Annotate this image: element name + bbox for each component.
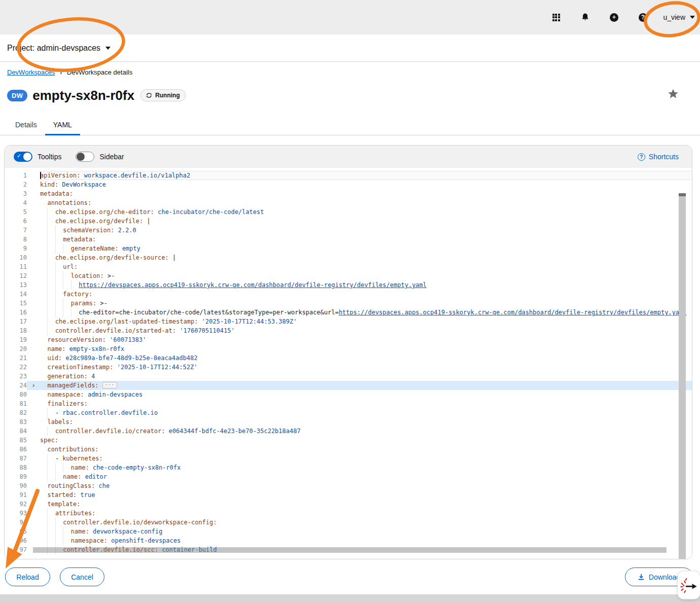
code-line[interactable]: 86contributions: <box>5 445 692 454</box>
code-line[interactable]: 23generation: 4 <box>5 372 692 381</box>
fold-column <box>27 344 40 353</box>
code-text: schemaVersion: 2.2.0 <box>40 226 692 235</box>
code-line[interactable]: 89name: editor <box>5 472 692 481</box>
code-line[interactable]: 1apiVersion: workspace.devfile.io/v1alph… <box>5 171 692 180</box>
code-line[interactable]: 5che.eclipse.org/che-editor: che-incubat… <box>5 207 692 217</box>
code-line[interactable]: 88name: che-code-empty-sx8n-r0fx <box>5 463 692 472</box>
help-icon[interactable]: ? <box>638 12 648 22</box>
code-line[interactable]: 95name: devworkspace-config <box>5 527 692 536</box>
code-link[interactable]: https://devspaces.apps.ocp419-sskoryk.cr… <box>79 281 426 289</box>
tab-yaml[interactable]: YAML <box>45 116 80 135</box>
breadcrumb: DevWorkspaces › DevWorkspace details <box>7 68 132 76</box>
fold-chevron-icon[interactable]: › <box>27 381 40 390</box>
question-glyph: ? <box>639 13 647 22</box>
code-line[interactable]: 94controller.devfile.io/devworkspace-con… <box>5 518 692 527</box>
shortcuts-label: Shortcuts <box>649 153 679 161</box>
code-line[interactable]: 85spec: <box>5 436 692 445</box>
code-line[interactable]: 2kind: DevWorkspace <box>5 180 692 189</box>
vertical-scrollbar[interactable] <box>679 193 686 559</box>
code-line[interactable]: 24›managedFields:··· <box>5 381 692 390</box>
fold-column <box>27 262 40 271</box>
project-selector[interactable]: Project: admin-devspaces <box>0 34 700 62</box>
fold-column <box>27 399 40 408</box>
code-line[interactable]: 11url: <box>5 262 692 271</box>
user-menu[interactable]: u_view <box>663 12 695 22</box>
line-number: 93 <box>5 509 27 518</box>
code-line[interactable]: 20name: empty-sx8n-r0fx <box>5 344 692 353</box>
line-number: 96 <box>5 536 27 545</box>
cancel-button[interactable]: Cancel <box>60 567 104 586</box>
code-text: controller.devfile.io/started-at: '17607… <box>40 326 692 335</box>
fold-column <box>27 180 40 189</box>
fold-column <box>27 290 40 299</box>
favorite-star-icon[interactable] <box>667 88 679 100</box>
code-line[interactable]: 16che-editor=che-incubator/che-code/late… <box>5 308 692 317</box>
code-line[interactable]: 18controller.devfile.io/started-at: '176… <box>5 326 692 335</box>
code-line[interactable]: 4annotations: <box>5 198 692 207</box>
line-number: 80 <box>5 390 27 399</box>
text-cursor <box>40 172 41 179</box>
code-link[interactable]: https://devspaces.apps.ocp419-sskoryk.cr… <box>339 309 686 316</box>
code-line[interactable]: 81finalizers: <box>5 399 692 408</box>
shortcuts-link[interactable]: ? Shortcuts <box>638 153 679 161</box>
fold-column <box>27 536 40 545</box>
code-text: url: <box>40 262 692 271</box>
tab-details[interactable]: Details <box>7 116 45 135</box>
code-line[interactable]: 6che.eclipse.org/devfile: | <box>5 217 692 226</box>
reload-button[interactable]: Reload <box>5 567 50 586</box>
code-line[interactable]: 7schemaVersion: 2.2.0 <box>5 226 692 235</box>
code-line[interactable]: 83labels: <box>5 417 692 427</box>
line-number: 5 <box>5 207 27 217</box>
sync-icon <box>146 92 152 98</box>
app-launcher-icon[interactable] <box>551 12 561 22</box>
code-line[interactable]: 96namespace: openshift-devspaces <box>5 536 692 545</box>
code-line[interactable]: 3metadata: <box>5 189 692 198</box>
line-number: 95 <box>5 527 27 536</box>
yaml-editor[interactable]: 1apiVersion: workspace.devfile.io/v1alph… <box>5 168 692 559</box>
code-line[interactable]: 14factory: <box>5 290 692 299</box>
code-line[interactable]: 80namespace: admin-devspaces <box>5 390 692 399</box>
page-footer-strip <box>0 594 700 603</box>
horizontal-scrollbar[interactable] <box>33 547 667 553</box>
code-line[interactable]: 91started: true <box>5 490 692 500</box>
fold-column <box>27 454 40 463</box>
code-text: name: editor <box>40 472 692 481</box>
code-line[interactable]: 15params: >- <box>5 299 692 308</box>
fold-column <box>27 481 40 490</box>
code-line[interactable]: 9generateName: empty <box>5 244 692 253</box>
code-line[interactable]: 93attributes: <box>5 509 692 518</box>
devworkspace-details-page: + ? u_view Project: admin-devspaces DevW… <box>0 0 700 603</box>
sidebar-switch[interactable]: ✓ <box>76 152 94 162</box>
chevron-down-icon <box>690 16 695 19</box>
fold-column <box>27 335 40 344</box>
code-line[interactable]: 87- kubernetes: <box>5 454 692 463</box>
masthead: + ? u_view <box>0 0 700 34</box>
code-line[interactable]: 21uid: e28c989a-bfe7-48d9-b25e-8eaca4adb… <box>5 353 692 363</box>
code-line[interactable]: 92template: <box>5 500 692 509</box>
code-text: - rbac.controller.devfile.io <box>40 408 692 417</box>
code-text: contributions: <box>40 445 692 454</box>
code-line[interactable]: 17che.eclipse.org/last-updated-timestamp… <box>5 317 692 326</box>
code-text: - kubernetes: <box>40 454 692 463</box>
code-line[interactable]: 82- rbac.controller.devfile.io <box>5 408 692 417</box>
notifications-bell-icon[interactable] <box>580 12 590 22</box>
code-text: routingClass: che <box>40 481 692 490</box>
breadcrumb-devworkspaces-link[interactable]: DevWorkspaces <box>7 68 55 76</box>
code-text: che.eclipse.org/devfile-source: | <box>40 253 692 262</box>
line-number: 6 <box>5 217 27 226</box>
code-line[interactable]: 13https://devspaces.apps.ocp419-sskoryk.… <box>5 280 692 290</box>
code-line[interactable]: 22creationTimestamp: '2025-10-17T12:44:5… <box>5 363 692 372</box>
code-text: metadata: <box>40 235 692 244</box>
code-line[interactable]: 8metadata: <box>5 235 692 244</box>
breadcrumb-current: DevWorkspace details <box>67 68 132 76</box>
code-line[interactable]: 12location: >- <box>5 271 692 280</box>
plus-glyph: + <box>610 13 618 22</box>
code-line[interactable]: 19resourceVersion: '60071383' <box>5 335 692 344</box>
fold-column <box>27 490 40 500</box>
code-line[interactable]: 10che.eclipse.org/devfile-source: | <box>5 253 692 262</box>
code-line[interactable]: 90routingClass: che <box>5 481 692 490</box>
tooltips-switch[interactable]: ✓ <box>14 152 32 162</box>
code-line[interactable]: 84controller.devfile.io/creator: e064344… <box>5 427 692 436</box>
create-plus-icon[interactable]: + <box>609 12 619 22</box>
line-number: 17 <box>5 317 27 326</box>
